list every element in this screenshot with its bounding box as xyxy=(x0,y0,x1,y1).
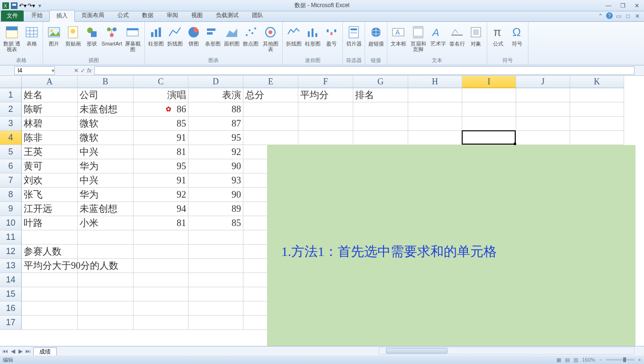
ribbon-btn-bar[interactable]: 柱形图 xyxy=(147,23,165,46)
col-header-B[interactable]: B xyxy=(78,76,134,88)
row-header-1[interactable]: 1 xyxy=(0,88,22,102)
row-header-15[interactable]: 15 xyxy=(0,287,22,301)
select-all-corner[interactable] xyxy=(0,76,22,88)
cell-H1[interactable] xyxy=(408,88,462,102)
cell-A15[interactable] xyxy=(22,287,78,301)
ribbon-btn-symbol[interactable]: Ω符号 xyxy=(508,23,526,46)
cell-B7[interactable]: 中兴 xyxy=(78,173,134,188)
ribbon-btn-table[interactable]: 表格 xyxy=(23,23,41,46)
cell-B14[interactable] xyxy=(78,273,134,287)
cell-B16[interactable] xyxy=(78,301,134,316)
cell-F2[interactable] xyxy=(298,102,353,117)
tab-页面布局[interactable]: 页面布局 xyxy=(75,10,111,21)
window-min-icon[interactable]: ▭ xyxy=(615,12,622,20)
zoom-in-icon[interactable]: + xyxy=(638,357,641,363)
cell-F4[interactable] xyxy=(298,131,353,145)
cell-F3[interactable] xyxy=(298,117,353,131)
col-header-C[interactable]: C xyxy=(134,76,188,88)
window-close-icon[interactable]: ✕ xyxy=(634,12,641,20)
row-header-11[interactable]: 11 xyxy=(0,230,22,245)
cell-G2[interactable] xyxy=(353,102,408,117)
cell-E2[interactable] xyxy=(243,102,298,117)
cell-B10[interactable]: 小米 xyxy=(78,216,134,230)
cell-C8[interactable]: 92 xyxy=(134,188,188,202)
cell-I4[interactable] xyxy=(462,131,516,145)
cell-D13[interactable] xyxy=(188,259,243,273)
zoom-level[interactable]: 160% xyxy=(582,357,595,363)
undo-icon[interactable]: ↶▾ xyxy=(19,2,27,9)
cell-B5[interactable]: 中兴 xyxy=(78,145,134,159)
ribbon-btn-pie[interactable]: 饼图 xyxy=(185,23,203,46)
cell-D4[interactable]: 95 xyxy=(188,131,243,145)
cell-C10[interactable]: 81 xyxy=(134,216,188,230)
cell-K3[interactable] xyxy=(570,117,624,131)
cell-B3[interactable]: 微软 xyxy=(78,117,134,131)
cell-C5[interactable]: 81 xyxy=(134,145,188,159)
cell-D6[interactable]: 90 xyxy=(188,159,243,173)
cell-C6[interactable]: 95 xyxy=(134,159,188,173)
cell-B1[interactable]: 公司 xyxy=(78,88,134,102)
cell-B17[interactable] xyxy=(78,316,134,330)
cell-K1[interactable] xyxy=(570,88,624,102)
cell-B6[interactable]: 华为 xyxy=(78,159,134,173)
cancel-icon[interactable]: ✕ xyxy=(74,67,79,74)
row-header-14[interactable]: 14 xyxy=(0,273,22,287)
cell-E1[interactable]: 总分 xyxy=(243,88,298,102)
ribbon-btn-picture[interactable]: 图片 xyxy=(45,23,63,46)
tab-插入[interactable]: 插入 xyxy=(49,10,75,22)
row-header-6[interactable]: 6 xyxy=(0,159,22,173)
formula-bar[interactable] xyxy=(94,66,635,75)
cell-C17[interactable] xyxy=(134,316,188,330)
row-header-4[interactable]: 4 xyxy=(0,131,22,145)
ribbon-btn-clipart[interactable]: 剪贴画 xyxy=(64,23,82,46)
fx-icon[interactable]: fx xyxy=(87,67,91,74)
cell-D11[interactable] xyxy=(188,230,243,245)
cell-A4[interactable]: 陈非 xyxy=(22,131,78,145)
col-header-K[interactable]: K xyxy=(570,76,624,88)
ribbon-btn-shapes[interactable]: 形状 xyxy=(83,23,101,46)
cell-J3[interactable] xyxy=(516,117,570,131)
row-header-17[interactable]: 17 xyxy=(0,316,22,330)
ribbon-btn-smartart[interactable]: SmartArt xyxy=(102,23,122,46)
ribbon-btn-hyperlink[interactable]: 超链接 xyxy=(367,23,385,46)
cell-C1[interactable]: 演唱 xyxy=(134,88,188,102)
cell-A3[interactable]: 林碧 xyxy=(22,117,78,131)
cell-I1[interactable] xyxy=(462,88,516,102)
cell-H3[interactable] xyxy=(408,117,462,131)
cell-A5[interactable]: 王英 xyxy=(22,145,78,159)
horizontal-scrollbar[interactable] xyxy=(379,347,635,355)
tab-开始[interactable]: 开始 xyxy=(25,10,49,21)
row-header-12[interactable]: 12 xyxy=(0,245,22,259)
tab-file[interactable]: 文件 xyxy=(1,10,24,21)
cell-K4[interactable] xyxy=(570,131,624,145)
row-header-10[interactable]: 10 xyxy=(0,216,22,230)
cell-A7[interactable]: 刘欢 xyxy=(22,173,78,188)
tab-视图[interactable]: 视图 xyxy=(185,10,209,21)
cell-B15[interactable] xyxy=(78,287,134,301)
cell-A17[interactable] xyxy=(22,316,78,330)
cell-C4[interactable]: 91 xyxy=(134,131,188,145)
ribbon-btn-spark-wl[interactable]: 盈亏 xyxy=(322,23,340,46)
cell-H2[interactable] xyxy=(408,102,462,117)
cell-A10[interactable]: 叶路 xyxy=(22,216,78,230)
cell-D17[interactable] xyxy=(188,316,243,330)
ribbon-btn-scatter[interactable]: 散点图 xyxy=(242,23,259,46)
cell-A12[interactable]: 参赛人数 xyxy=(22,245,78,259)
ribbon-btn-wordart[interactable]: A艺术字 xyxy=(429,23,447,46)
ribbon-btn-pivot[interactable]: 数据 透视表 xyxy=(2,23,22,52)
qat-customize-icon[interactable]: ▾ xyxy=(36,2,44,9)
tab-公式[interactable]: 公式 xyxy=(111,10,135,21)
row-header-8[interactable]: 8 xyxy=(0,188,22,202)
cell-C7[interactable]: 91 xyxy=(134,173,188,188)
cell-C11[interactable] xyxy=(134,230,188,245)
cell-B4[interactable]: 微软 xyxy=(78,131,134,145)
cell-B9[interactable]: 未蓝创想 xyxy=(78,202,134,216)
row-header-7[interactable]: 7 xyxy=(0,173,22,188)
col-header-H[interactable]: H xyxy=(408,76,462,88)
sheet-nav-prev-icon[interactable]: ◀ xyxy=(9,348,16,355)
cell-F1[interactable]: 平均分 xyxy=(298,88,353,102)
cell-D1[interactable]: 表演 xyxy=(188,88,243,102)
cell-A1[interactable]: 姓名 xyxy=(22,88,78,102)
help-icon[interactable]: ? xyxy=(606,12,613,19)
ribbon-btn-equation[interactable]: π公式 xyxy=(489,23,507,46)
